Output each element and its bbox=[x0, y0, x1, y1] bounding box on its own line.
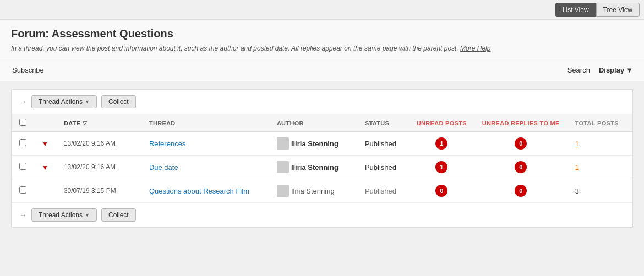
author-name: Iliria Stenning bbox=[291, 187, 335, 195]
th-status: STATUS bbox=[357, 114, 409, 132]
row-checkbox-1[interactable] bbox=[19, 163, 26, 170]
row-checkbox-2[interactable] bbox=[19, 186, 26, 194]
collect-button-top[interactable]: Collect bbox=[101, 95, 136, 108]
thread-link[interactable]: Questions about Research Film bbox=[149, 187, 249, 195]
row-unread-posts: 1 bbox=[409, 156, 474, 179]
thread-link[interactable]: Due date bbox=[149, 163, 178, 172]
row-date: 13/02/20 9:16 AM bbox=[56, 156, 141, 179]
more-help-link[interactable]: More Help bbox=[460, 45, 490, 52]
row-date: 13/02/20 9:16 AM bbox=[56, 132, 141, 156]
unread-replies-badge: 0 bbox=[515, 185, 527, 197]
sort-icon: ▽ bbox=[83, 120, 87, 126]
table-header-row: DATE ▽ THREAD AUTHOR STATUS UNREAD PO bbox=[12, 114, 632, 132]
row-thread: Due date bbox=[141, 156, 269, 179]
subscribe-button[interactable]: Subscribe bbox=[11, 64, 45, 76]
row-author: Iliria Stenning bbox=[269, 156, 357, 179]
th-flag bbox=[34, 114, 56, 132]
row-status: Published bbox=[357, 156, 409, 179]
row-unread-replies: 0 bbox=[474, 156, 567, 179]
avatar bbox=[277, 137, 289, 150]
author-name: Iliria Stenning bbox=[291, 140, 339, 148]
avatar bbox=[277, 185, 289, 197]
chevron-down-icon: ▼ bbox=[85, 99, 90, 104]
row-unread-replies: 0 bbox=[474, 179, 567, 203]
list-view-button[interactable]: List View bbox=[555, 3, 596, 17]
thread-actions-button-top[interactable]: Thread Actions ▼ bbox=[31, 95, 97, 108]
flag-col: ▼ bbox=[34, 156, 56, 179]
row-unread-posts: 1 bbox=[409, 132, 474, 156]
th-unread-replies: UNREAD REPLIES TO ME bbox=[474, 114, 567, 132]
select-all-checkbox-header bbox=[12, 114, 34, 132]
unread-posts-badge: 0 bbox=[435, 185, 447, 197]
th-thread: THREAD bbox=[141, 114, 269, 132]
table-row: ▼13/02/20 9:16 AMDue dateIliria Stenning… bbox=[12, 156, 632, 179]
select-all-checkbox[interactable] bbox=[19, 119, 26, 126]
table-row: 30/07/19 3:15 PMQuestions about Research… bbox=[12, 179, 632, 203]
flag-icon: ▼ bbox=[42, 164, 48, 172]
row-date: 30/07/19 3:15 PM bbox=[56, 179, 141, 203]
content-box: → Thread Actions ▼ Collect DATE ▽ bbox=[11, 89, 633, 228]
thread-link[interactable]: References bbox=[149, 140, 185, 148]
toolbar-row: Subscribe Search Display ▼ bbox=[0, 59, 644, 81]
search-link[interactable]: Search bbox=[567, 66, 590, 74]
unread-posts-badge: 1 bbox=[435, 161, 447, 173]
row-total-posts: 3 bbox=[567, 179, 632, 203]
avatar bbox=[277, 161, 289, 173]
table-row: ▼13/02/20 9:16 AMReferencesIliria Stenni… bbox=[12, 132, 632, 156]
th-unread-posts: UNREAD POSTS bbox=[409, 114, 474, 132]
chevron-down-icon: ▼ bbox=[626, 66, 633, 74]
top-bar: List View Tree View bbox=[0, 0, 644, 20]
unread-replies-badge: 0 bbox=[515, 161, 527, 173]
flag-icon: ▼ bbox=[42, 140, 48, 148]
top-thread-actions-bar: → Thread Actions ▼ Collect bbox=[12, 90, 632, 114]
arrow-right-icon: → bbox=[19, 97, 27, 106]
row-unread-posts: 0 bbox=[409, 179, 474, 203]
th-date[interactable]: DATE ▽ bbox=[56, 114, 141, 132]
bottom-thread-actions-bar: → Thread Actions ▼ Collect bbox=[12, 202, 632, 227]
header-section: Forum: Assessment Questions In a thread,… bbox=[0, 20, 644, 59]
main-content: → Thread Actions ▼ Collect DATE ▽ bbox=[0, 81, 644, 235]
collect-button-bottom[interactable]: Collect bbox=[101, 208, 136, 222]
th-author: AUTHOR bbox=[269, 114, 357, 132]
flag-col: ▼ bbox=[34, 132, 56, 156]
row-status: Published bbox=[357, 179, 409, 203]
row-status: Published bbox=[357, 132, 409, 156]
tree-view-button[interactable]: Tree View bbox=[596, 3, 640, 17]
row-thread: Questions about Research Film bbox=[141, 179, 269, 203]
row-unread-replies: 0 bbox=[474, 132, 567, 156]
view-toggle: List View Tree View bbox=[555, 3, 640, 17]
forum-description: In a thread, you can view the post and i… bbox=[11, 43, 633, 53]
arrow-right-icon-bottom: → bbox=[19, 211, 27, 219]
unread-posts-badge: 1 bbox=[435, 137, 447, 150]
row-total-posts: 1 bbox=[567, 132, 632, 156]
row-checkbox-0[interactable] bbox=[19, 139, 26, 146]
display-button[interactable]: Display ▼ bbox=[599, 66, 633, 74]
thread-actions-button-bottom[interactable]: Thread Actions ▼ bbox=[31, 208, 97, 222]
row-total-posts: 1 bbox=[567, 156, 632, 179]
chevron-down-icon-bottom: ▼ bbox=[85, 212, 90, 218]
th-total-posts: TOTAL POSTS bbox=[567, 114, 632, 132]
row-author: Iliria Stenning bbox=[269, 132, 357, 156]
flag-col bbox=[34, 179, 56, 203]
forum-table: DATE ▽ THREAD AUTHOR STATUS UNREAD PO bbox=[12, 114, 632, 202]
row-author: Iliria Stenning bbox=[269, 179, 357, 203]
row-thread: References bbox=[141, 132, 269, 156]
page-title: Forum: Assessment Questions bbox=[11, 27, 633, 40]
author-name: Iliria Stenning bbox=[291, 163, 339, 172]
unread-replies-badge: 0 bbox=[515, 137, 527, 150]
